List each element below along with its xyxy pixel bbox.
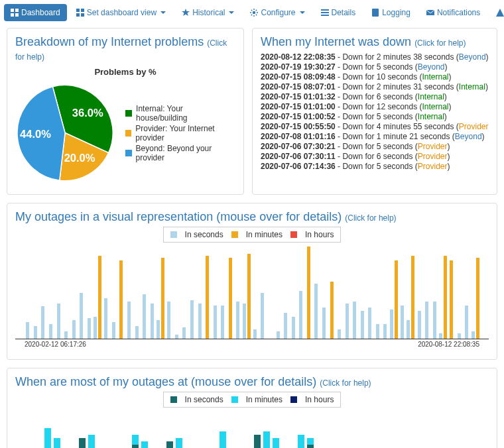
- hour-group[interactable]: [35, 428, 60, 448]
- bar-group[interactable]: [283, 247, 289, 339]
- bar-group[interactable]: [227, 247, 234, 339]
- bar-group[interactable]: [196, 247, 203, 339]
- bar-group[interactable]: [149, 247, 155, 339]
- bar-group[interactable]: [439, 247, 447, 339]
- help-link[interactable]: (Click for help): [320, 378, 371, 388]
- legend-seconds: In seconds: [185, 230, 223, 239]
- bar-group[interactable]: [133, 247, 140, 339]
- doc-icon: [371, 9, 379, 17]
- bar-group[interactable]: [336, 247, 343, 339]
- nav-details[interactable]: Details: [314, 4, 363, 21]
- bar-group[interactable]: [456, 247, 463, 339]
- bar-group[interactable]: [94, 247, 101, 339]
- bar-group[interactable]: [328, 247, 335, 339]
- bar-group[interactable]: [181, 247, 188, 339]
- bar-group[interactable]: [407, 247, 414, 339]
- log-entry: 2020-07-06 07:30:11 - Down for 6 seconds…: [261, 152, 486, 161]
- bar-group[interactable]: [399, 247, 406, 339]
- bar-group[interactable]: [259, 247, 266, 339]
- downtime-log[interactable]: 2020-08-12 22:08:35 - Down for 2 minutes…: [261, 52, 489, 171]
- swatch-seconds: [170, 231, 177, 238]
- bar-group[interactable]: [431, 247, 438, 339]
- bar-group[interactable]: [252, 247, 259, 339]
- bar-group[interactable]: [416, 247, 422, 339]
- bar-group[interactable]: [166, 247, 172, 339]
- hour-group[interactable]: [210, 431, 235, 448]
- swatch-internal: [125, 110, 132, 117]
- bar-group[interactable]: [290, 247, 296, 339]
- log-entry: 2020-08-12 22:08:35 - Down for 2 minutes…: [261, 52, 486, 62]
- bar-group[interactable]: [157, 247, 164, 339]
- nav-notifications[interactable]: Notifications: [420, 4, 487, 21]
- bar-group[interactable]: [55, 247, 62, 339]
- bar-group[interactable]: [118, 247, 125, 339]
- bar-group[interactable]: [243, 247, 251, 339]
- log-entry: 2020-07-15 08:09:48 - Down for 10 second…: [261, 72, 486, 82]
- nav-details-label: Details: [332, 8, 356, 17]
- pie-chart[interactable]: 36.0%20.0%44.0%: [15, 78, 115, 188]
- panel-outages-when: When are most of my outages at (mouse ov…: [7, 368, 497, 448]
- bar-group[interactable]: [275, 247, 281, 339]
- nav-manage[interactable]: Manage: [489, 4, 504, 21]
- svg-rect-2: [11, 13, 14, 17]
- hour-group[interactable]: [254, 431, 279, 448]
- bar-group[interactable]: [367, 247, 373, 339]
- help-link[interactable]: (Click for help): [414, 38, 466, 48]
- bar-group[interactable]: [351, 247, 358, 339]
- bar-group[interactable]: [40, 247, 46, 339]
- bar-group[interactable]: [103, 247, 109, 339]
- nav-configure[interactable]: Configure: [243, 4, 311, 21]
- bar-group[interactable]: [78, 247, 85, 339]
- bar-group[interactable]: [298, 247, 304, 339]
- bar-group[interactable]: [313, 247, 320, 339]
- bar-group[interactable]: [235, 247, 241, 339]
- bar-group[interactable]: [111, 247, 117, 339]
- bar-group[interactable]: [321, 247, 328, 339]
- hour-group[interactable]: [79, 435, 104, 448]
- bar-group[interactable]: [472, 247, 479, 339]
- pie-subtitle: Problems by %: [15, 67, 235, 77]
- nav-logging[interactable]: Logging: [365, 4, 417, 21]
- bar-group[interactable]: [382, 247, 389, 339]
- help-link[interactable]: (Click for help): [345, 213, 396, 223]
- log-entry: 2020-07-06 07:14:36 - Down for 5 seconds…: [261, 162, 486, 171]
- nav-set-view[interactable]: Set dashboard view: [70, 4, 172, 21]
- bar-group[interactable]: [424, 247, 430, 339]
- outages-when-chart[interactable]: [15, 412, 489, 448]
- panel-outages-visual-title: My outages in a visual representation (m…: [15, 210, 489, 224]
- svg-rect-7: [81, 13, 84, 17]
- bar-group[interactable]: [344, 247, 350, 339]
- svg-rect-12: [321, 15, 329, 16]
- bar-group[interactable]: [212, 247, 218, 339]
- nav-historical[interactable]: Historical: [175, 4, 241, 21]
- svg-text:36.0%: 36.0%: [72, 107, 103, 119]
- bar-group[interactable]: [267, 247, 274, 339]
- bar-group[interactable]: [464, 247, 470, 339]
- svg-rect-1: [15, 9, 19, 12]
- bar-group[interactable]: [48, 247, 54, 339]
- grid-icon: [11, 9, 19, 17]
- nav-dashboard[interactable]: Dashboard: [4, 4, 67, 21]
- outages-bar-chart[interactable]: 2020-02-12 06:17:26 2020-08-12 22:08:35: [15, 247, 489, 353]
- bar-group[interactable]: [70, 247, 77, 339]
- bar-group[interactable]: [189, 247, 196, 339]
- chevron-down-icon: [229, 11, 234, 14]
- bar-group[interactable]: [375, 247, 381, 339]
- bar-group[interactable]: [204, 247, 211, 339]
- hour-group[interactable]: [123, 435, 148, 448]
- bar-group[interactable]: [174, 247, 180, 339]
- bar-group[interactable]: [220, 247, 226, 339]
- bar-group[interactable]: [448, 247, 455, 339]
- bar-group[interactable]: [32, 247, 39, 339]
- hour-group[interactable]: [166, 438, 192, 448]
- bar-group[interactable]: [141, 247, 148, 339]
- bar-group[interactable]: [306, 247, 312, 339]
- bar-group[interactable]: [86, 247, 93, 339]
- hour-group[interactable]: [298, 435, 323, 448]
- chevron-down-icon: [160, 11, 166, 14]
- bar-group[interactable]: [63, 247, 70, 339]
- bar-group[interactable]: [126, 247, 133, 339]
- bar-group[interactable]: [25, 247, 31, 339]
- bar-group[interactable]: [359, 247, 366, 339]
- bar-group[interactable]: [390, 247, 398, 339]
